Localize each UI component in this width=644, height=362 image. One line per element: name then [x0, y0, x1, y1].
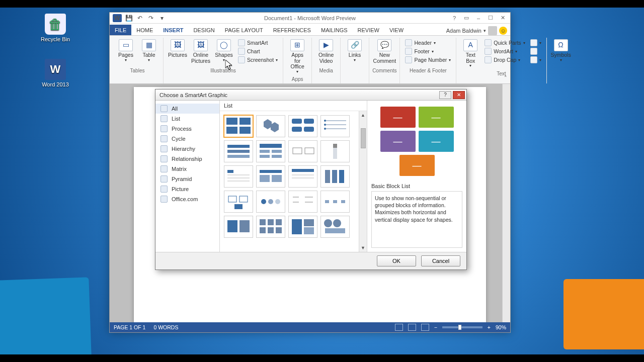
desktop-icon-recycle-bin[interactable]: 🗑 Recycle Bin [35, 14, 75, 42]
page-number-button[interactable]: Page Number▾ [403, 56, 453, 64]
tab-view[interactable]: VIEW [384, 25, 409, 35]
dialog-help-button[interactable]: ? [439, 91, 451, 99]
thumb-basic-block-list[interactable] [224, 115, 253, 137]
category-picture[interactable]: Picture [155, 184, 219, 194]
undo-icon[interactable]: ↶ [136, 14, 144, 22]
thumb-item[interactable] [256, 165, 285, 188]
thumb-item[interactable] [224, 140, 253, 162]
category-list[interactable]: List [155, 114, 219, 124]
category-hierarchy[interactable]: Hierarchy [155, 144, 219, 154]
gallery-scrollbar[interactable]: ▲ ▼ [359, 111, 367, 252]
category-icon [160, 125, 168, 132]
feedback-icon[interactable]: ☺ [499, 27, 507, 35]
tab-file[interactable]: FILE [110, 25, 131, 35]
user-area[interactable]: Adam Baldwin ▾ ☺ [446, 26, 510, 35]
cancel-button[interactable]: Cancel [421, 255, 460, 266]
header-button[interactable]: Header▾ [403, 39, 453, 47]
web-layout-icon[interactable] [421, 324, 429, 331]
tab-design[interactable]: DESIGN [189, 25, 220, 35]
apps-for-office-button[interactable]: ⊞Apps for Office▾ [286, 38, 308, 75]
ok-button[interactable]: OK [377, 255, 416, 266]
online-pictures-button[interactable]: 🖼Online Pictures [190, 38, 212, 65]
maximize-button[interactable]: ☐ [486, 15, 495, 22]
drop-cap-button[interactable]: Drop Cap▾ [482, 56, 527, 64]
thumb-item[interactable] [224, 165, 253, 188]
tab-home[interactable]: HOME [131, 25, 158, 35]
tab-mailings[interactable]: MAILINGS [316, 25, 353, 35]
titlebar[interactable]: W 💾 ↶ ↷ ▾ Document1 - Microsoft Word Pre… [110, 13, 510, 24]
thumb-item[interactable] [256, 140, 285, 162]
category-process[interactable]: Process [155, 124, 219, 134]
redo-icon[interactable]: ↷ [147, 14, 155, 22]
online-video-button[interactable]: ▶Online Video [315, 38, 337, 65]
quick-parts-button[interactable]: Quick Parts▾ [482, 39, 527, 47]
status-words[interactable]: 0 WORDS [153, 324, 178, 330]
wordart-button[interactable]: WordArt▾ [482, 47, 527, 55]
smartart-button[interactable]: SmartArt [236, 39, 280, 47]
thumb-item[interactable] [320, 115, 350, 137]
shapes-button[interactable]: ◯Shapes▾ [213, 38, 235, 64]
chevron-down-icon: ▾ [148, 58, 150, 63]
vertical-scrollbar[interactable] [502, 84, 510, 322]
thumb-item[interactable] [288, 216, 317, 238]
date-time-button[interactable] [528, 47, 543, 55]
thumb-item[interactable] [256, 216, 285, 238]
table-button[interactable]: ▦Table▾ [138, 38, 160, 64]
svg-rect-17 [227, 150, 250, 153]
tab-review[interactable]: REVIEW [353, 25, 384, 35]
thumb-item[interactable] [224, 191, 253, 213]
desktop-icon-word[interactable]: W Word 2013 [35, 59, 75, 87]
save-icon[interactable]: 💾 [125, 14, 133, 22]
collapse-ribbon-icon[interactable]: ˄ [504, 75, 507, 81]
read-mode-icon[interactable] [395, 324, 403, 331]
zoom-slider[interactable] [442, 326, 482, 328]
thumb-item[interactable] [288, 115, 317, 137]
dialog-close-button[interactable]: ✕ [453, 91, 465, 99]
close-button[interactable]: ✕ [498, 15, 507, 22]
screenshot-button[interactable]: Screenshot▾ [236, 56, 280, 64]
zoom-out-button[interactable]: − [434, 324, 437, 330]
scroll-up-icon[interactable]: ▲ [359, 111, 367, 119]
category-officecom[interactable]: Office.com [155, 194, 219, 204]
status-page[interactable]: PAGE 1 OF 1 [114, 324, 145, 330]
new-comment-button[interactable]: 💬New Comment [373, 38, 395, 65]
chart-button[interactable]: Chart [236, 47, 280, 55]
category-cycle[interactable]: Cycle [155, 134, 219, 144]
category-matrix[interactable]: Matrix [155, 164, 219, 174]
ribbon-options-icon[interactable]: ▭ [462, 15, 471, 22]
text-box-button[interactable]: AText Box▾ [459, 38, 481, 70]
category-relationship[interactable]: Relationship [155, 154, 219, 164]
thumb-item[interactable] [224, 216, 253, 238]
pictures-button[interactable]: 🖼Pictures [167, 38, 189, 60]
thumb-item[interactable] [320, 216, 350, 238]
thumb-item[interactable] [288, 140, 317, 162]
category-all[interactable]: All [155, 104, 219, 114]
symbols-button[interactable]: ΩSymbols▾ [550, 38, 572, 64]
thumb-item[interactable] [320, 140, 350, 162]
minimize-button[interactable]: – [474, 15, 483, 22]
thumb-item[interactable] [288, 191, 317, 213]
thumb-item[interactable] [320, 165, 350, 188]
scroll-down-icon[interactable]: ▼ [359, 244, 367, 252]
qat-customize-icon[interactable]: ▾ [158, 14, 166, 22]
object-button[interactable]: ▾ [528, 56, 543, 64]
links-button[interactable]: 🔗Links▾ [344, 38, 366, 64]
print-layout-icon[interactable] [408, 324, 416, 331]
help-icon[interactable]: ? [450, 15, 459, 22]
pages-button[interactable]: ▭Pages▾ [115, 38, 137, 64]
zoom-in-button[interactable]: + [488, 324, 491, 330]
zoom-thumb[interactable] [458, 325, 461, 330]
tab-page-layout[interactable]: PAGE LAYOUT [220, 25, 268, 35]
footer-button[interactable]: Footer▾ [403, 47, 453, 55]
zoom-value[interactable]: 90% [496, 324, 506, 330]
thumb-item[interactable] [288, 165, 317, 188]
scroll-thumb[interactable] [361, 128, 366, 148]
tab-insert[interactable]: INSERT [158, 25, 188, 35]
signature-line-button[interactable]: ▾ [528, 39, 543, 47]
dialog-titlebar[interactable]: Choose a SmartArt Graphic ? ✕ [155, 89, 466, 101]
thumb-item[interactable] [320, 191, 350, 213]
thumb-item[interactable] [256, 191, 285, 213]
tab-references[interactable]: REFERENCES [268, 25, 316, 35]
category-pyramid[interactable]: Pyramid [155, 174, 219, 184]
thumb-item[interactable] [256, 115, 285, 137]
